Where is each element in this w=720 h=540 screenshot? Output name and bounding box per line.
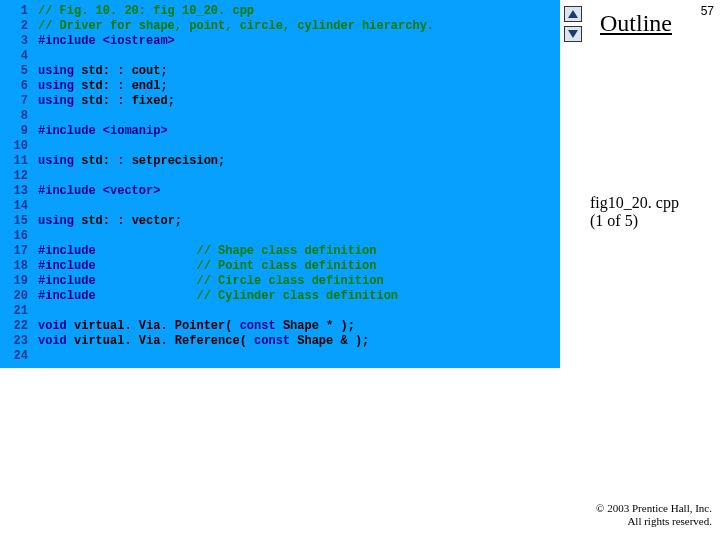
line-number: 15 bbox=[0, 214, 38, 229]
copyright-line1: © 2003 Prentice Hall, Inc. bbox=[596, 502, 712, 515]
line-number: 3 bbox=[0, 34, 38, 49]
code-line: 12 bbox=[0, 169, 560, 184]
code-text: using std: : vector; bbox=[38, 214, 182, 229]
code-line: 23void virtual. Via. Reference( const Sh… bbox=[0, 334, 560, 349]
code-line: 6using std: : endl; bbox=[0, 79, 560, 94]
code-text: using std: : cout; bbox=[38, 64, 168, 79]
line-number: 5 bbox=[0, 64, 38, 79]
line-number: 23 bbox=[0, 334, 38, 349]
file-caption-line1: fig10_20. cpp bbox=[590, 194, 679, 212]
code-text: #include // Cylinder class definition bbox=[38, 289, 398, 304]
code-text: // Driver for shape, point, circle, cyli… bbox=[38, 19, 434, 34]
line-number: 14 bbox=[0, 199, 38, 214]
code-line: 24 bbox=[0, 349, 560, 364]
nav-buttons bbox=[564, 6, 582, 46]
line-number: 24 bbox=[0, 349, 38, 364]
code-text: #include <iomanip> bbox=[38, 124, 168, 139]
code-text: #include // Shape class definition bbox=[38, 244, 376, 259]
line-number: 22 bbox=[0, 319, 38, 334]
code-line: 18#include // Point class definition bbox=[0, 259, 560, 274]
arrow-up-icon bbox=[568, 10, 578, 18]
code-line: 17#include // Shape class definition bbox=[0, 244, 560, 259]
code-text: using std: : endl; bbox=[38, 79, 168, 94]
code-text: using std: : setprecision; bbox=[38, 154, 225, 169]
code-text: using std: : fixed; bbox=[38, 94, 175, 109]
code-line: 14 bbox=[0, 199, 560, 214]
code-line: 5using std: : cout; bbox=[0, 64, 560, 79]
code-line: 20#include // Cylinder class definition bbox=[0, 289, 560, 304]
file-caption: fig10_20. cpp (1 of 5) bbox=[590, 194, 679, 230]
line-number: 4 bbox=[0, 49, 38, 64]
code-text: #include // Point class definition bbox=[38, 259, 376, 274]
code-line: 15using std: : vector; bbox=[0, 214, 560, 229]
file-caption-line2: (1 of 5) bbox=[590, 212, 679, 230]
code-line: 16 bbox=[0, 229, 560, 244]
code-line: 11using std: : setprecision; bbox=[0, 154, 560, 169]
copyright-line2: All rights reserved. bbox=[596, 515, 712, 528]
line-number: 19 bbox=[0, 274, 38, 289]
page-number: 57 bbox=[701, 4, 714, 18]
right-panel: Outline 57 fig10_20. cpp (1 of 5) © 2003… bbox=[560, 0, 720, 540]
line-number: 10 bbox=[0, 139, 38, 154]
code-line: 21 bbox=[0, 304, 560, 319]
code-text: // Fig. 10. 20: fig 10_20. cpp bbox=[38, 4, 254, 19]
outline-title: Outline bbox=[600, 10, 672, 37]
code-line: 1// Fig. 10. 20: fig 10_20. cpp bbox=[0, 4, 560, 19]
arrow-down-icon bbox=[568, 30, 578, 38]
code-line: 10 bbox=[0, 139, 560, 154]
nav-up-button[interactable] bbox=[564, 6, 582, 22]
line-number: 2 bbox=[0, 19, 38, 34]
code-line: 3#include <iostream> bbox=[0, 34, 560, 49]
line-number: 21 bbox=[0, 304, 38, 319]
line-number: 11 bbox=[0, 154, 38, 169]
line-number: 20 bbox=[0, 289, 38, 304]
code-line: 8 bbox=[0, 109, 560, 124]
line-number: 18 bbox=[0, 259, 38, 274]
code-line: 9#include <iomanip> bbox=[0, 124, 560, 139]
line-number: 7 bbox=[0, 94, 38, 109]
code-line: 4 bbox=[0, 49, 560, 64]
code-line: 13#include <vector> bbox=[0, 184, 560, 199]
code-text: #include // Circle class definition bbox=[38, 274, 384, 289]
code-line: 19#include // Circle class definition bbox=[0, 274, 560, 289]
code-line: 22void virtual. Via. Pointer( const Shap… bbox=[0, 319, 560, 334]
code-text: #include <vector> bbox=[38, 184, 160, 199]
line-number: 9 bbox=[0, 124, 38, 139]
nav-down-button[interactable] bbox=[564, 26, 582, 42]
line-number: 17 bbox=[0, 244, 38, 259]
copyright: © 2003 Prentice Hall, Inc. All rights re… bbox=[596, 502, 712, 528]
line-number: 8 bbox=[0, 109, 38, 124]
line-number: 6 bbox=[0, 79, 38, 94]
code-line: 7using std: : fixed; bbox=[0, 94, 560, 109]
line-number: 16 bbox=[0, 229, 38, 244]
code-line: 2// Driver for shape, point, circle, cyl… bbox=[0, 19, 560, 34]
line-number: 1 bbox=[0, 4, 38, 19]
line-number: 13 bbox=[0, 184, 38, 199]
line-number: 12 bbox=[0, 169, 38, 184]
code-panel: 1// Fig. 10. 20: fig 10_20. cpp2// Drive… bbox=[0, 0, 560, 368]
code-text: void virtual. Via. Pointer( const Shape … bbox=[38, 319, 355, 334]
code-text: void virtual. Via. Reference( const Shap… bbox=[38, 334, 369, 349]
code-text: #include <iostream> bbox=[38, 34, 175, 49]
